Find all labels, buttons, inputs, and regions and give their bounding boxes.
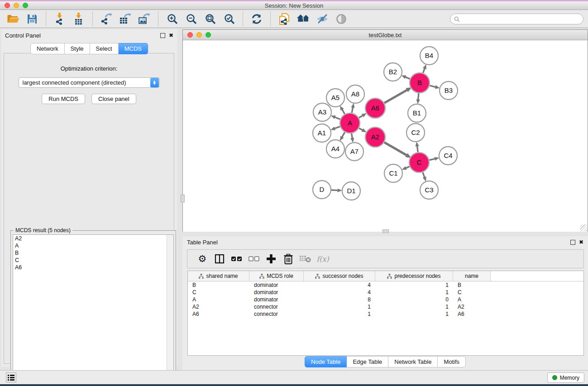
tab-network-table[interactable]: Network Table [388,356,438,367]
column-header-MCDS-role[interactable]: MCDS role [249,271,304,281]
table-row[interactable]: Bdominator41B [188,281,583,289]
minimize-window-icon[interactable] [14,3,19,8]
unselect-all-columns-button[interactable] [245,251,263,267]
import-network-button[interactable] [50,11,69,27]
column-header-name[interactable]: name [453,271,491,281]
hide-details-button[interactable] [313,11,332,27]
graph-node-C4[interactable]: C4 [439,147,457,165]
table-settings-button[interactable]: ⚙ [194,251,211,267]
edge-D-D1[interactable] [331,190,338,191]
resize-grip-icon[interactable] [580,224,587,231]
tab-node-table[interactable]: Node Table [305,356,347,367]
graph-node-D[interactable]: D [313,181,331,199]
table-row[interactable]: A2connector11A2 [188,303,583,310]
column-header-successor-nodes[interactable]: successor nodes [304,271,375,281]
net-close-icon[interactable] [187,32,193,38]
table-row[interactable]: Adominator80A [188,296,583,303]
zoom-in-button[interactable] [163,11,182,27]
zoom-out-button[interactable] [182,11,201,27]
select-all-columns-button[interactable] [228,251,245,267]
tab-mcds[interactable]: MCDS [119,43,148,54]
edge-C-C2[interactable] [417,146,418,152]
graph-node-D1[interactable]: D1 [342,182,360,200]
graph-node-A8[interactable]: A8 [346,85,364,103]
criterion-dropdown[interactable]: largest connected component (directed) ▲… [19,77,160,88]
tab-network[interactable]: Network [30,43,65,54]
graph-node-B3[interactable]: B3 [440,81,458,100]
zoom-window-icon[interactable] [23,3,28,8]
network-canvas[interactable]: B4B2BB3A8A5A6A3B1AC2A1A2A4A7C4CC1C3DD1 [183,40,588,232]
search-field[interactable] [450,14,583,24]
graph-node-C[interactable]: C [409,152,429,172]
edge-B-B3[interactable] [430,86,435,87]
export-network-button[interactable] [97,11,116,27]
task-history-button[interactable] [6,372,16,382]
graph-node-B[interactable]: B [410,73,430,93]
open-file-button[interactable] [4,11,23,27]
net-zoom-icon[interactable] [206,32,211,38]
show-columns-button[interactable] [211,251,228,267]
edge-B-B2[interactable] [406,77,410,79]
edge-C-C1[interactable] [406,167,410,168]
graph-node-C2[interactable]: C2 [406,124,425,142]
function-builder-button[interactable]: f(x) [314,251,331,267]
graph-node-A4[interactable]: A4 [326,140,344,158]
result-scrollbar[interactable] [167,235,173,381]
duplicate-network-button[interactable] [275,11,294,27]
edge-A-A3[interactable] [335,117,340,119]
save-session-button[interactable] [23,11,42,27]
float-panel-icon[interactable] [160,33,165,38]
graph-node-B1[interactable]: B1 [408,104,426,122]
memory-button[interactable]: Memory [547,372,584,383]
graph-node-A5[interactable]: A5 [326,89,344,107]
result-item[interactable]: A [13,242,173,249]
edge-A-A7[interactable] [352,133,353,138]
delete-columns-button[interactable] [280,251,297,267]
graph-node-A3[interactable]: A3 [313,103,331,121]
float-table-panel-icon[interactable] [570,240,575,245]
result-item[interactable]: A2 [13,235,173,242]
graph-node-A2[interactable]: A2 [365,127,385,147]
edge-A-A4[interactable] [342,132,345,137]
delete-table-button[interactable] [297,251,314,267]
zoom-fit-button[interactable] [201,11,220,27]
run-mcds-button[interactable]: Run MCDS [42,94,85,104]
search-input[interactable] [462,15,583,23]
tab-style[interactable]: Style [65,43,90,54]
column-header-predecessor-nodes[interactable]: predecessor nodes [375,271,453,281]
edge-C-C3[interactable] [423,172,425,177]
close-table-panel-icon[interactable]: ✖ [579,240,583,244]
edge-B-B1[interactable] [418,93,419,100]
edge-A6-B[interactable] [384,90,407,103]
show-details-button[interactable] [332,11,351,27]
table-row[interactable]: A6connector11A6 [188,310,583,318]
graph-node-C3[interactable]: C3 [420,181,438,199]
graph-node-B2[interactable]: B2 [384,63,402,81]
table-row[interactable]: Cdominator41C [188,289,583,296]
result-item[interactable]: C [13,257,173,264]
edge-B-B4[interactable] [423,68,425,73]
graph-node-C1[interactable]: C1 [384,164,402,182]
zoom-selected-button[interactable] [220,11,239,27]
edge-A-A2[interactable] [359,128,363,130]
close-panel-button[interactable]: Close panel [91,94,136,104]
export-image-button[interactable] [135,11,154,27]
graph-node-A1[interactable]: A1 [313,124,331,142]
import-table-button[interactable] [69,11,88,27]
result-item[interactable]: B [13,249,173,257]
graph-node-A[interactable]: A [340,113,360,133]
tab-motifs[interactable]: Motifs [438,356,466,367]
home-view-button[interactable] [294,11,313,27]
graph-node-A6[interactable]: A6 [365,98,385,118]
create-column-button[interactable] [263,251,280,267]
graph-node-A7[interactable]: A7 [345,143,363,161]
refresh-layout-button[interactable] [247,11,266,27]
net-minimize-icon[interactable] [196,32,202,38]
close-panel-icon[interactable]: ✖ [169,33,173,38]
bottom-splitter-grip[interactable] [382,229,389,233]
left-splitter-grip[interactable] [181,195,185,202]
column-header-shared-name[interactable]: shared name [188,271,249,281]
edge-A-A8[interactable] [352,107,353,113]
edge-A-A6[interactable] [359,115,363,118]
tab-select[interactable]: Select [90,43,119,54]
